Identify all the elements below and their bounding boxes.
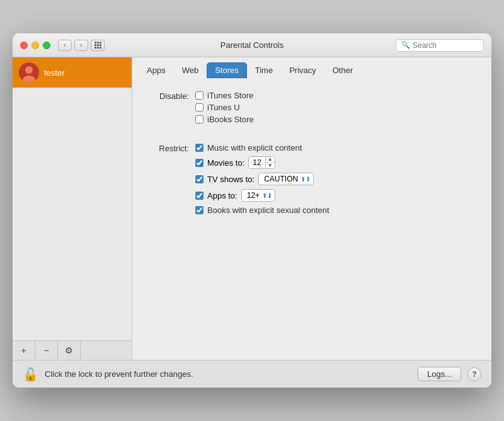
itunes-store-label: iTunes Store [207,91,253,100]
svg-point-1 [25,66,33,74]
main-body: tester + − ⚙ Apps Web Stores Time Privac… [13,57,491,360]
search-input[interactable] [413,41,478,50]
books-explicit-label: Books with explicit sexual content [207,205,329,215]
ibooks-store-checkbox[interactable] [195,115,203,124]
avatar [19,62,39,83]
tabs-bar: Apps Web Stores Time Privacy Other [132,57,491,78]
tv-shows-label: TV shows to: [207,175,255,184]
minimize-button[interactable] [32,42,39,49]
movies-stepper[interactable]: 12 ▲ ▼ [248,156,275,169]
restrict-label: Restrict: [151,143,195,153]
books-explicit-row: Books with explicit sexual content [195,205,329,215]
stepper-arrows: ▲ ▼ [266,156,275,169]
movies-value: 12 [249,157,265,168]
tab-privacy[interactable]: Privacy [281,62,324,78]
itunes-store-checkbox[interactable] [195,91,203,100]
stepper-up[interactable]: ▲ [266,156,275,163]
apps-to-label: Apps to: [207,191,238,200]
tab-other[interactable]: Other [324,62,362,78]
user-name: tester [44,68,65,78]
nav-buttons: ‹ › [58,40,88,51]
apps-to-checkbox[interactable] [195,192,203,200]
restrict-options: Music with explicit content Movies to: 1… [195,143,329,215]
ibooks-store-label: iBooks Store [207,115,254,124]
help-button[interactable]: ? [467,367,481,381]
logs-button[interactable]: Logs... [418,367,461,381]
disable-options: iTunes Store iTunes U iBooks Store [195,91,254,124]
disable-label: Disable: [151,91,195,101]
movies-row: Movies to: 12 ▲ ▼ [195,156,329,169]
traffic-lights [20,42,50,49]
sidebar-toolbar: + − ⚙ [13,340,132,360]
tab-time[interactable]: Time [247,62,281,78]
remove-user-button[interactable]: − [35,341,58,360]
apps-value: 12+ [247,191,260,200]
forward-button[interactable]: › [74,40,88,51]
music-explicit-row: Music with explicit content [195,143,329,153]
tv-shows-value: CAUTION [264,175,298,183]
right-panel: Apps Web Stores Time Privacy Other Disab… [132,57,491,360]
music-explicit-checkbox[interactable] [195,144,203,152]
settings-button[interactable]: ⚙ [58,341,81,360]
tab-stores[interactable]: Stores [207,62,247,78]
tv-shows-dropdown[interactable]: CAUTION ⬆⬇ [258,173,314,185]
dropdown-arrow-icon: ⬆⬇ [301,176,311,183]
apps-dropdown-arrow-icon: ⬆⬇ [262,192,272,199]
tab-web[interactable]: Web [174,62,207,78]
sidebar-spacer [13,88,132,340]
books-explicit-checkbox[interactable] [195,206,203,214]
window-title: Parental Controls [220,40,284,50]
back-button[interactable]: ‹ [58,40,72,51]
disable-section: Disable: iTunes Store iTunes U [151,91,472,124]
stepper-down[interactable]: ▼ [266,163,275,169]
grid-view-button[interactable] [91,40,105,51]
apps-row: Apps to: 12+ ⬆⬇ [195,189,329,202]
movies-label: Movies to: [207,158,244,168]
titlebar: ‹ › Parental Controls 🔍 [13,33,491,57]
parental-controls-window: ‹ › Parental Controls 🔍 [13,33,491,388]
lock-icon[interactable]: 🔓 [23,367,38,382]
itunes-store-row: iTunes Store [195,91,254,100]
apps-dropdown[interactable]: 12+ ⬆⬇ [241,189,275,202]
panel-content: Disable: iTunes Store iTunes U [132,78,491,360]
itunes-u-label: iTunes U [207,103,240,112]
close-button[interactable] [20,42,28,49]
maximize-button[interactable] [43,42,50,49]
tab-apps[interactable]: Apps [139,62,174,78]
tv-shows-row: TV shows to: CAUTION ⬆⬇ [195,173,329,185]
user-item[interactable]: tester [13,57,132,88]
search-bar[interactable]: 🔍 [396,39,484,52]
lock-text: Click the lock to prevent further change… [45,369,411,379]
itunes-u-checkbox[interactable] [195,103,203,112]
restrict-row: Restrict: Music with explicit content Mo… [151,143,472,215]
sidebar: tester + − ⚙ [13,57,132,360]
search-icon: 🔍 [401,41,410,49]
movies-checkbox[interactable] [195,159,203,167]
music-explicit-label: Music with explicit content [207,143,302,153]
add-user-button[interactable]: + [13,341,35,360]
ibooks-store-row: iBooks Store [195,115,254,124]
grid-icon [94,42,101,49]
restrict-section: Restrict: Music with explicit content Mo… [151,143,472,215]
disable-row: Disable: iTunes Store iTunes U [151,91,472,124]
tv-shows-checkbox[interactable] [195,175,203,183]
itunes-u-row: iTunes U [195,103,254,112]
bottom-bar: 🔓 Click the lock to prevent further chan… [13,360,491,388]
